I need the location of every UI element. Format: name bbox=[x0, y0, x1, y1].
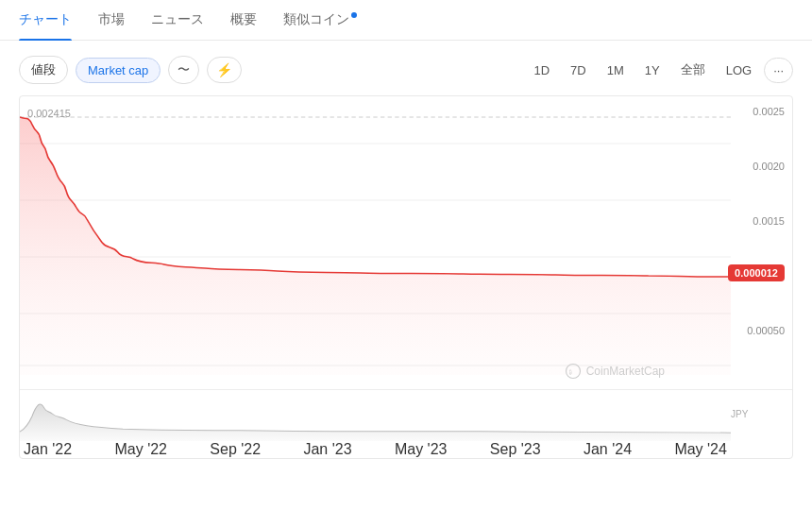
mini-chart-svg bbox=[20, 390, 731, 441]
candle-chart-button[interactable]: ⚡ bbox=[207, 57, 242, 83]
chart-svg-area[interactable]: 0.002415 bbox=[20, 96, 731, 389]
tab-market[interactable]: 市場 bbox=[98, 0, 125, 40]
currency-label: JPY bbox=[731, 409, 792, 423]
line-icon: 〜 bbox=[178, 61, 190, 78]
x-label-may24: May '24 bbox=[674, 441, 727, 458]
chart-main-area: 0.002415 bbox=[20, 96, 792, 389]
x-axis: Jan '22 May '22 Sep '22 Jan '23 May '23 … bbox=[20, 441, 731, 458]
mini-chart: JPY bbox=[20, 389, 792, 441]
time-7d-button[interactable]: 7D bbox=[562, 59, 595, 82]
tab-bar: チャート 市場 ニュース 概要 類似コイン bbox=[0, 0, 812, 41]
svg-text:₿: ₿ bbox=[567, 369, 571, 375]
x-label-sep23: Sep '23 bbox=[490, 441, 541, 458]
chart-container: 0.002415 bbox=[19, 95, 793, 459]
y-label-0.0020: 0.0020 bbox=[731, 161, 785, 172]
x-label-may22: May '22 bbox=[114, 441, 167, 458]
new-dot bbox=[351, 12, 357, 18]
time-all-button[interactable]: 全部 bbox=[672, 57, 714, 83]
y-label-0.0025: 0.0025 bbox=[753, 106, 785, 117]
y-label-0.00050: 0.00050 bbox=[731, 325, 785, 336]
more-button[interactable]: ··· bbox=[764, 58, 793, 83]
current-price-badge: 0.000012 bbox=[728, 264, 785, 281]
watermark: ₿ CoinMarketCap bbox=[565, 363, 665, 380]
price-button[interactable]: 値段 bbox=[19, 56, 68, 84]
x-label-sep22: Sep '22 bbox=[210, 441, 261, 458]
time-1y-button[interactable]: 1Y bbox=[636, 59, 668, 82]
toolbar-right: 1D 7D 1M 1Y 全部 LOG ··· bbox=[525, 57, 793, 83]
tab-overview[interactable]: 概要 bbox=[230, 0, 257, 40]
toolbar-left: 値段 Market cap 〜 ⚡ bbox=[19, 56, 242, 84]
tab-chart[interactable]: チャート bbox=[19, 0, 72, 40]
x-label-may23: May '23 bbox=[395, 441, 448, 458]
log-button[interactable]: LOG bbox=[718, 59, 760, 82]
main-chart-svg bbox=[20, 96, 731, 389]
time-1d-button[interactable]: 1D bbox=[525, 59, 558, 82]
svg-point-6 bbox=[566, 365, 580, 379]
cmc-logo: ₿ bbox=[565, 363, 582, 380]
marketcap-button[interactable]: Market cap bbox=[76, 58, 161, 83]
line-chart-button[interactable]: 〜 bbox=[168, 56, 199, 84]
x-label-jan23: Jan '23 bbox=[303, 441, 351, 458]
x-label-jan22: Jan '22 bbox=[24, 441, 72, 458]
tab-news[interactable]: ニュース bbox=[151, 0, 204, 40]
time-1m-button[interactable]: 1M bbox=[599, 59, 633, 82]
chart-toolbar: 値段 Market cap 〜 ⚡ 1D 7D 1M 1Y 全部 LOG ··· bbox=[0, 56, 812, 84]
tab-similar[interactable]: 類似コイン bbox=[283, 0, 357, 40]
candle-icon: ⚡ bbox=[216, 62, 232, 77]
high-value-label: 0.002415 bbox=[27, 108, 71, 119]
x-axis-row: Jan '22 May '22 Sep '22 Jan '23 May '23 … bbox=[20, 441, 792, 458]
y-axis: 0.0025 0.000012 0.0020 0.0015 0.0010 0.0… bbox=[731, 96, 792, 389]
y-label-0.0015: 0.0015 bbox=[731, 215, 785, 227]
x-label-jan24: Jan '24 bbox=[584, 441, 632, 458]
